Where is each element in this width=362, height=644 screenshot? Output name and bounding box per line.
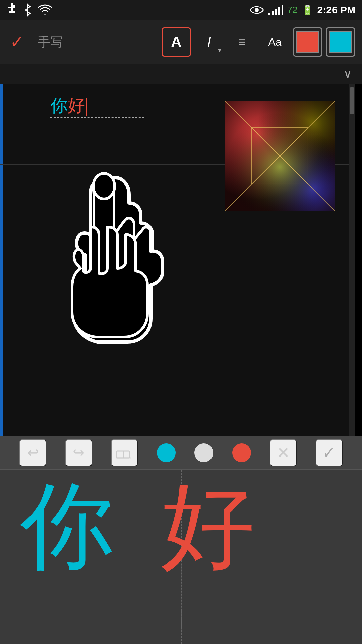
color-picker-gradient	[225, 101, 335, 211]
svg-point-20	[93, 173, 115, 199]
panel-canvas[interactable]: 你 好	[0, 470, 362, 644]
panel-toolbar: ↩ ↪ ✕ ✓	[0, 436, 362, 470]
status-bar: 72 🔋 2:26 PM	[0, 0, 362, 20]
handwrite-label: 手写	[31, 30, 70, 54]
eraser-icon	[115, 444, 134, 461]
expand-arrow-icon[interactable]: ∨	[343, 67, 352, 81]
expand-row: ∨	[0, 64, 362, 84]
confirm-check-button[interactable]: ✓	[7, 29, 27, 55]
redo-button[interactable]: ↪	[65, 439, 92, 466]
redo-icon: ↪	[73, 444, 84, 461]
canvas-area[interactable]: 你好	[0, 84, 355, 443]
font-button-label: A	[171, 34, 182, 50]
undo-icon: ↩	[27, 444, 39, 461]
panel-confirm-button[interactable]: ✓	[316, 439, 343, 466]
panel-confirm-icon: ✓	[322, 444, 336, 462]
dropdown-arrow-italic: ▾	[218, 46, 221, 54]
bluetooth-icon	[23, 3, 32, 17]
svg-rect-9	[282, 5, 283, 15]
italic-button[interactable]: I ▾	[194, 27, 224, 57]
white-dot-button[interactable]	[194, 443, 213, 462]
undo-button[interactable]: ↩	[19, 439, 46, 466]
toolbar: ✓ 手写 A I ▾ ≡ Aa	[0, 20, 362, 64]
wifi-icon	[38, 3, 52, 17]
battery-level: 72	[287, 5, 297, 15]
scrollbar-thumb[interactable]	[350, 87, 354, 114]
svg-rect-0	[11, 3, 13, 11]
align-button-label: ≡	[238, 35, 245, 49]
svg-rect-21	[116, 451, 130, 458]
svg-rect-7	[275, 9, 277, 15]
status-left-icons	[7, 3, 52, 17]
svg-rect-2	[8, 7, 11, 8]
preview-char-cyan: 你	[50, 96, 68, 115]
text-color-swatch	[296, 31, 319, 53]
eye-icon	[249, 5, 264, 15]
text-underline	[50, 117, 144, 118]
cancel-icon: ✕	[277, 444, 290, 462]
signal-icon	[268, 5, 283, 15]
cancel-button[interactable]: ✕	[270, 439, 297, 466]
italic-button-label: I	[207, 35, 211, 50]
preview-char-red: 好	[68, 96, 85, 115]
handwriting-panel: ↩ ↪ ✕ ✓ 你 好	[0, 436, 362, 644]
svg-rect-5	[268, 13, 270, 15]
bottom-guide-line	[181, 610, 182, 644]
big-char-cyan: 你	[20, 480, 114, 574]
svg-rect-1	[9, 11, 15, 13]
font-button[interactable]: A	[162, 27, 191, 57]
status-right-icons: 72 🔋 2:26 PM	[249, 4, 355, 16]
align-button[interactable]: ≡	[227, 27, 257, 57]
svg-rect-8	[278, 7, 280, 15]
red-dot-button[interactable]	[232, 443, 251, 462]
font-size-button-label: Aa	[268, 36, 281, 48]
big-char-red: 好	[161, 480, 255, 574]
text-cursor	[86, 98, 87, 116]
cyan-dot-button[interactable]	[157, 443, 176, 462]
text-preview: 你好	[50, 94, 87, 117]
battery-icon: 🔋	[302, 5, 313, 16]
scrollbar[interactable]	[349, 84, 355, 443]
svg-rect-6	[272, 11, 274, 15]
highlight-color-swatch	[329, 31, 352, 53]
highlight-color-button[interactable]	[326, 27, 355, 57]
status-time: 2:26 PM	[317, 4, 355, 16]
svg-point-4	[255, 8, 259, 12]
color-picker[interactable]	[225, 101, 335, 211]
text-color-button[interactable]	[293, 27, 322, 57]
font-size-button[interactable]: Aa	[260, 27, 290, 57]
eraser-button[interactable]	[111, 439, 138, 466]
svg-rect-3	[13, 5, 15, 8]
hand-cursor-icon	[13, 168, 194, 356]
usb-icon	[7, 3, 17, 17]
